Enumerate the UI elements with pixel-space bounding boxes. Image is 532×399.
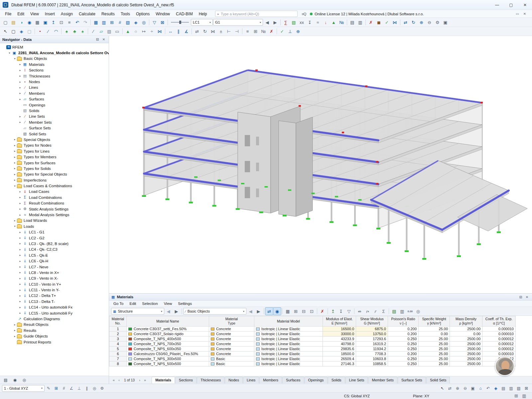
menu-help[interactable]: Help <box>196 11 210 17</box>
column-header-material-name[interactable]: Material Name <box>127 316 209 327</box>
column-header-specific-weight[interactable]: Specific Weightγ [kN/m³] <box>419 316 450 327</box>
table-tab-solids[interactable]: Solids <box>328 377 345 383</box>
rotate-copy-icon[interactable]: ↻ <box>201 28 209 35</box>
autofit-columns-icon[interactable]: ab <box>356 308 363 315</box>
menu-file[interactable]: File <box>2 11 14 17</box>
tree-expander-icon[interactable]: ▾ <box>13 225 17 228</box>
tree-item-loads[interactable]: ▾Loads <box>0 223 109 229</box>
delete-icon[interactable]: ✗ <box>268 28 275 35</box>
generate-member-structure-icon[interactable]: ♠ <box>63 28 70 35</box>
tree-item-special-objects[interactable]: ▸Special Objects <box>0 137 109 142</box>
restore-child-icon[interactable]: ▭ <box>514 11 521 17</box>
menu-calculate[interactable]: Calculate <box>76 11 98 17</box>
tree-expander-icon[interactable]: ▾ <box>13 57 17 60</box>
tree-item-lc10-vento-in-y[interactable]: ▸LC10 - Vento in Y+ <box>0 281 109 287</box>
tree-expander-icon[interactable]: ▸ <box>18 190 22 193</box>
tree-expander-icon[interactable]: ▸ <box>18 271 22 274</box>
material-row-8[interactable]: 8Composite_T_NPS_500x500BasicIsotropic |… <box>109 361 516 366</box>
display-settings-icon[interactable]: ◎ <box>140 19 148 26</box>
minimize-icon[interactable]: — <box>490 0 504 10</box>
tree-item-load-cases[interactable]: ▸Load Cases <box>0 189 109 195</box>
tree-item-thicknesses[interactable]: ▸Thicknesses <box>0 73 109 79</box>
material-row-4[interactable]: 4Composite_T_NPS_700x350ConcreteIsotropi… <box>109 341 516 346</box>
tree-item-sections[interactable]: ▸Sections <box>0 67 109 73</box>
tree-expander-icon[interactable]: ▸ <box>13 323 17 326</box>
zoom-in-icon[interactable]: ⊕ <box>454 385 461 392</box>
tree-expander-icon[interactable]: ▸ <box>18 213 22 216</box>
grid-points-icon[interactable]: # <box>60 385 67 392</box>
float-panel-icon[interactable]: ⊡ <box>518 294 523 300</box>
navigator-display-tab-icon[interactable]: ◉ <box>11 377 19 383</box>
tree-item-members[interactable]: ▸Members <box>0 90 109 96</box>
table-group-combo[interactable]: ▦Structure▾ <box>111 308 164 315</box>
view-plane-icon[interactable]: ⊥ <box>286 28 294 35</box>
zoom-window-icon[interactable]: ⊖ <box>426 19 433 26</box>
tree-item-result-combinations[interactable]: ▸Result Combinations <box>0 200 109 206</box>
member-hinge-icon[interactable]: ○ <box>132 28 140 35</box>
tree-item-results[interactable]: ▸Results <box>0 328 109 333</box>
tree-item-surfaces[interactable]: ▸Surfaces <box>0 96 109 102</box>
tree-expander-icon[interactable]: ▸ <box>18 277 22 280</box>
column-header-modulus-of-elast[interactable]: Modulus of Elast.E [N/mm²] <box>323 316 356 327</box>
search-input[interactable] <box>221 12 295 16</box>
sum-function-icon[interactable]: Σ <box>380 308 387 315</box>
delete-row-icon[interactable]: ⊟ <box>300 308 308 315</box>
tree-item-lc3-qk-b2-b-scale[interactable]: ▸LC3 - Qk- (B2, B scale) <box>0 241 109 246</box>
guideline-icon[interactable]: ∥ <box>175 28 182 35</box>
block-manager-icon[interactable]: ◼ <box>375 19 383 26</box>
tree-expander-icon[interactable]: ▸ <box>18 86 22 89</box>
edit-mode-icon[interactable]: ✎ <box>45 385 52 392</box>
tree-item-solid-sets[interactable]: Solid Sets <box>0 131 109 137</box>
redo-icon[interactable]: ↷ <box>81 19 89 26</box>
grid-toggle-icon[interactable]: ⊞ <box>512 392 520 399</box>
next-table-icon[interactable]: ▶ <box>173 308 180 315</box>
table-tab-nodes[interactable]: Nodes <box>225 377 243 383</box>
user-avatar[interactable] <box>495 356 514 376</box>
print-table-icon[interactable]: ▥ <box>398 308 406 315</box>
tree-expander-icon[interactable]: ▸ <box>18 265 22 268</box>
material-row-2[interactable]: 2Concrete C30/37_Solaio rigidoConcreteIs… <box>109 332 516 336</box>
tree-expander-icon[interactable]: ▸ <box>18 63 22 66</box>
navigator-toggle-icon[interactable]: ▥ <box>100 19 108 26</box>
material-row-1[interactable]: 1Concrete C30/37_setti_Fes.50%ConcreteIs… <box>109 327 516 332</box>
table-tab-lines[interactable]: Lines <box>243 377 259 383</box>
coordinate-system-combo[interactable]: 1 - Global XYZ ▾ <box>2 385 45 392</box>
material-row-3[interactable]: 3Composite_T_NPS_400x500ConcreteIsotropi… <box>109 336 516 341</box>
calculate-icon[interactable]: ∑ <box>282 19 290 26</box>
table-tab-sections[interactable]: Sections <box>175 377 197 383</box>
scale-icon[interactable]: ± <box>217 28 225 35</box>
load-case-combo[interactable]: LC1▾ <box>191 19 213 26</box>
eccentricity-icon[interactable]: ↦ <box>140 28 148 35</box>
graphic-printout-icon[interactable]: ▥ <box>356 19 364 26</box>
view-cube-icon[interactable]: ◈ <box>132 19 140 26</box>
slider-knob[interactable] <box>179 21 181 24</box>
tree-item-materials[interactable]: ▸Materials <box>0 62 109 67</box>
min-max-values-icon[interactable]: xx <box>298 19 306 26</box>
rotate-view-icon[interactable]: ↻ <box>410 19 417 26</box>
printout-report-icon[interactable]: ▤ <box>348 19 356 26</box>
previous-load-case-icon[interactable]: ◀ <box>263 19 271 26</box>
tree-item-types-for-members[interactable]: ▸Types for Members <box>0 154 109 160</box>
close-icon[interactable]: ✕ <box>518 0 532 10</box>
menu-view[interactable]: View <box>27 11 42 17</box>
tree-expander-icon[interactable]: ▸ <box>13 150 17 153</box>
maximize-icon[interactable]: ▢ <box>504 0 518 10</box>
tree-item-2281-inail-ancona-modello-di-calcolo-settore-ovest[interactable]: ▾2281_INAIL Ancona_Modello di calcolo Se… <box>0 50 109 56</box>
menu-cad-bim[interactable]: CAD-BIM <box>173 11 196 17</box>
panel-menu-go-to[interactable]: Go To <box>110 301 126 306</box>
snap-perpendicular-icon[interactable]: ⊥ <box>75 385 83 392</box>
lock-view-icon[interactable]: ⊠ <box>523 385 530 392</box>
panel-menu-view[interactable]: View <box>161 301 175 306</box>
tree-item-load-cases-combinations[interactable]: ▾Load Cases & Combinations <box>0 183 109 189</box>
tree-expander-icon[interactable]: ▸ <box>18 74 22 77</box>
tree-item-lc7-neve[interactable]: ▸LC7 - Neve <box>0 264 109 270</box>
select-mode-icon[interactable]: ↖ <box>439 385 446 392</box>
check-model-icon[interactable]: ✓ <box>278 28 286 35</box>
insert-line-icon[interactable]: ∕ <box>44 28 52 35</box>
delete-all-rows-icon[interactable]: ✗ <box>319 308 326 315</box>
table-tab-openings[interactable]: Openings <box>305 377 328 383</box>
grid-settings-icon[interactable]: # <box>116 19 124 26</box>
previous-table-icon[interactable]: ‹ <box>116 377 122 383</box>
first-table-icon[interactable]: « <box>111 377 116 383</box>
formula-edit-icon[interactable]: ƒ′ <box>372 308 379 315</box>
